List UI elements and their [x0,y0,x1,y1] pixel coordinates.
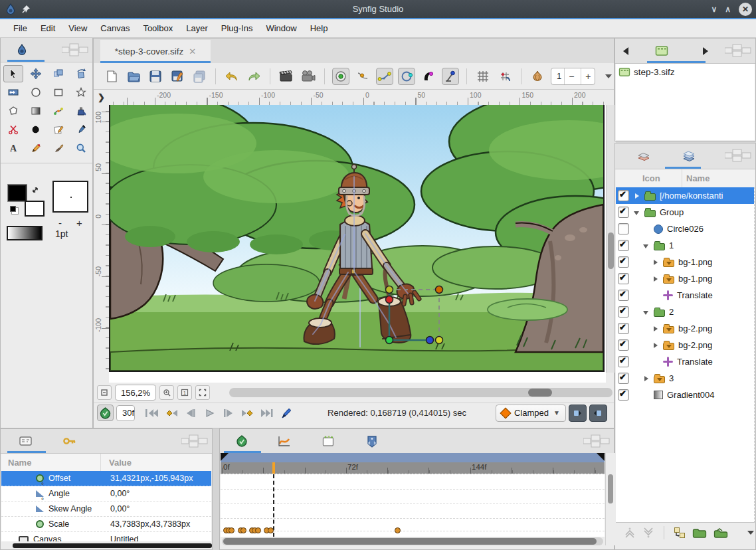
origin-handle[interactable] [386,337,393,344]
reset-colors-icon[interactable] [10,206,16,212]
lock-future-keyframe-button[interactable] [589,405,607,422]
expander-right-icon[interactable] [652,259,659,266]
layer-row[interactable]: Group [616,204,754,221]
param-value[interactable]: 31,4321px,-105,943px [102,474,193,483]
layer-row[interactable]: Circle026 [616,221,754,237]
layer-row[interactable]: bg-1.png [616,270,754,287]
params-tab-icon[interactable] [19,436,32,446]
fill-color-swatch[interactable] [8,185,27,201]
layers-list[interactable]: [/home/konstantiGroupCircle0261bg-1.pngb… [616,187,755,523]
smooth-move-tool[interactable] [26,65,46,82]
scale-x-handle[interactable] [426,337,434,344]
layer-visibility-checkbox[interactable] [618,356,629,367]
brush-tool[interactable] [48,139,68,157]
menu-canvas[interactable]: Canvas [94,23,136,33]
dock-layout-icon[interactable] [583,434,610,448]
fill-tool[interactable] [71,102,91,120]
lower-layer-button[interactable] [642,527,654,538]
transform-tool[interactable] [3,65,23,82]
close-button[interactable]: ✕ [739,3,752,16]
expander-down-icon[interactable] [643,242,650,249]
group-layer-button[interactable] [692,527,707,539]
dock-layout-icon[interactable] [725,44,751,57]
layer-row[interactable]: 2 [616,304,754,320]
star-tool[interactable] [71,84,91,101]
layer-visibility-checkbox[interactable] [618,339,629,351]
file-item[interactable]: step-3.sifz [616,64,755,80]
param-row[interactable]: CanvasUntitled [1,532,211,541]
seek-begin-button[interactable] [143,406,159,420]
undo-button[interactable] [223,68,240,85]
rotate-handle[interactable] [436,286,443,294]
brush-preview[interactable] [52,181,88,213]
layer-row[interactable]: bg-1.png [616,254,754,270]
timetrack-horizontal-scrollbar[interactable] [222,537,603,545]
layer-visibility-checkbox[interactable] [618,190,629,201]
zoom-100-button[interactable]: 1 [177,385,192,400]
toolbar-overflow-icon[interactable] [605,74,613,79]
canvas-horizontal-scrollbar[interactable] [229,388,613,397]
text-tool[interactable]: A [3,139,23,157]
menu-plugins[interactable]: Plug-Ins [215,23,260,33]
toolbox-tab-icon[interactable] [17,44,27,56]
open-document-button[interactable] [125,68,142,85]
waypoint-marker[interactable] [255,527,261,533]
dock-layout-icon[interactable] [62,43,88,56]
toggle-width-handles[interactable] [398,68,415,85]
eyedrop-tool[interactable] [71,121,91,138]
swap-colors-icon[interactable] [31,186,41,195]
expander-right-icon[interactable] [652,325,659,332]
onion-increase-button[interactable]: + [581,68,595,84]
toggle-skew-handles[interactable] [442,68,459,85]
onion-skin-spinner[interactable]: 1 − + [551,68,595,85]
interpolation-dropdown[interactable]: Clamped ▼ [496,405,566,422]
expander-right-icon[interactable] [643,375,650,382]
toggle-position-handles[interactable] [332,68,349,85]
width-tool[interactable] [3,84,23,101]
sets-tab-icon[interactable] [682,151,696,162]
layer-visibility-checkbox[interactable] [618,290,629,301]
params-list[interactable]: Offset31,4321px,-105,943pxAngle0,00°Skew… [1,471,211,541]
keyframes-tab-icon[interactable] [62,436,77,446]
preview-button[interactable] [300,68,317,85]
default-gradient-swatch[interactable] [7,226,43,240]
fit-canvas-button[interactable] [195,385,210,400]
canvas-scene[interactable] [109,105,605,372]
angle-handle[interactable] [386,296,393,304]
canvas-vscroll-handle[interactable] [608,232,614,269]
save-as-button[interactable] [169,68,186,85]
animate-mode-button[interactable] [278,406,294,420]
raise-layer-button[interactable] [624,527,636,538]
duplicate-layer-button[interactable] [674,527,686,539]
layer-visibility-checkbox[interactable] [618,373,629,384]
menu-window[interactable]: Window [259,23,303,33]
sketch-tool[interactable] [48,121,68,138]
scale-handle[interactable] [436,337,443,344]
timetrack-tab-icon[interactable] [231,431,253,451]
minimize-button[interactable]: ∨ [711,5,717,14]
skew-handle[interactable] [386,286,393,294]
past-keyframe-lock-button[interactable] [97,405,114,421]
snap-grid-button[interactable] [496,68,514,85]
layer-row[interactable]: Gradient004 [616,387,754,403]
outline-color-swatch[interactable] [25,201,45,217]
timetrack-area[interactable] [221,474,605,537]
menu-view[interactable]: View [62,23,94,33]
expander-right-icon[interactable] [634,193,640,199]
tab-scroll-left-icon[interactable] [623,47,628,55]
onion-skin-button[interactable] [529,68,546,85]
layer-row[interactable]: Translate [616,287,754,304]
time-cursor[interactable] [272,462,275,474]
waypoint-marker[interactable] [395,527,401,533]
layer-visibility-checkbox[interactable] [618,223,629,234]
layer-visibility-checkbox[interactable] [618,207,629,218]
param-value[interactable]: 0,00° [102,504,130,513]
menu-layer[interactable]: Layer [179,23,215,33]
param-value[interactable]: 43,7383px,43,7383px [102,519,190,529]
toggle-angle-handles[interactable] [420,68,437,85]
horizontal-ruler[interactable]: -200-150-100-50050100150200 [109,90,606,106]
toggle-tangent-handles[interactable] [376,68,393,85]
param-value[interactable]: 0,00° [102,489,130,498]
ruler-corner-expander[interactable]: ❯ [94,90,110,106]
layer-visibility-checkbox[interactable] [618,256,629,268]
